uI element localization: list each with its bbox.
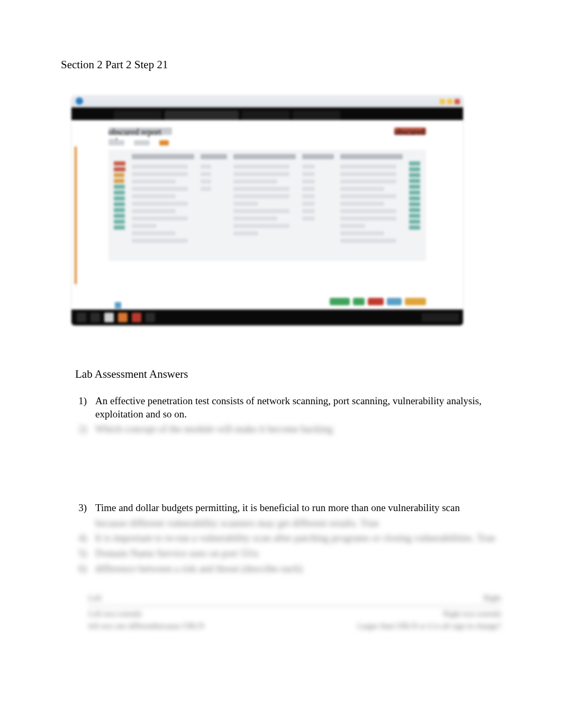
maximize-icon[interactable] [447, 99, 452, 104]
table-cell [201, 165, 211, 169]
table-cell [233, 194, 289, 198]
table-cell [302, 172, 315, 176]
qa-number: 2) [75, 423, 87, 436]
table-cell [340, 239, 396, 243]
action-button-row [330, 298, 426, 305]
severity-bar [409, 225, 420, 230]
table-cell [233, 172, 289, 176]
column-header [201, 154, 227, 159]
severity-bar [409, 161, 420, 166]
footer-cell: Right text extends [443, 609, 501, 618]
taskbar-icon[interactable] [146, 313, 155, 322]
severity-bar [409, 190, 420, 195]
taskbar-icon[interactable] [90, 313, 100, 322]
table-cell [233, 231, 258, 235]
qa-item-blurred: 6) difference between a risk and threat … [75, 562, 501, 576]
table-cell [233, 224, 289, 228]
action-button[interactable]: obscured [394, 128, 426, 135]
severity-bar [114, 208, 125, 212]
section-title: Section 2 Part 2 Step 21 [61, 58, 501, 71]
app-icon [76, 97, 83, 105]
severity-bar [409, 167, 420, 171]
column-header [340, 154, 403, 159]
severity-bar [114, 185, 125, 189]
sub-tab[interactable] [108, 140, 124, 145]
table-cell [233, 216, 277, 221]
footer-cell: Larger than URLN or it is all sign in ch… [357, 622, 501, 631]
footer-cell: Left [88, 594, 102, 603]
taskbar-icon[interactable] [77, 313, 86, 322]
table-cell [201, 179, 211, 184]
taskbar-icon[interactable] [118, 313, 128, 322]
severity-bar [409, 185, 420, 189]
table-cell [233, 165, 289, 169]
qa-text: difference between a risk and threat (de… [95, 562, 501, 576]
qa-item-blurred: 5) Domain Name Service uses on port 53/u [75, 547, 501, 560]
qa-item-blurred: 2) Which concept of the module will make… [75, 423, 501, 436]
table-cell [132, 231, 176, 235]
minimize-icon[interactable] [440, 99, 445, 104]
table-cell [132, 202, 188, 206]
taskbar [71, 310, 463, 325]
table-cell [233, 187, 289, 191]
footer-divider [88, 606, 501, 606]
table-cell [132, 209, 176, 213]
table-cell [132, 216, 188, 221]
app-tab[interactable] [293, 111, 340, 120]
action-button-blue[interactable] [387, 298, 402, 305]
app-tab[interactable] [114, 111, 161, 120]
action-button-yellow[interactable] [405, 298, 426, 305]
table-cell [340, 216, 396, 221]
column-header [132, 154, 194, 159]
qa-item-blurred: 4) It is important to re-run a vulnerabi… [75, 532, 501, 545]
qa-number: 1) [75, 395, 87, 421]
table-cell [302, 194, 315, 198]
app-tab-bar [71, 107, 463, 120]
severity-bar [409, 220, 420, 224]
action-button-red[interactable] [368, 298, 384, 305]
severity-bar [409, 208, 420, 212]
table-cell [302, 202, 315, 206]
table-cell [132, 224, 157, 228]
severity-bar [409, 173, 420, 177]
qa-text: It is important to re-run a vulnerabilit… [95, 532, 501, 545]
footer-cell: left text one differentbecause URLN [88, 622, 204, 631]
severity-bar [409, 214, 420, 218]
app-tab[interactable] [165, 111, 239, 120]
table-cell [201, 172, 211, 176]
sub-tab[interactable] [134, 140, 150, 145]
sidebar-accent [75, 147, 77, 284]
status-icon [115, 302, 121, 308]
action-button-green[interactable] [353, 298, 365, 305]
footer-cell: Left text extends [88, 609, 142, 618]
severity-bar [114, 167, 125, 171]
table-cell [340, 165, 396, 169]
taskbar-icon[interactable] [104, 313, 114, 322]
close-icon[interactable] [455, 99, 460, 104]
action-button-green[interactable] [330, 298, 350, 305]
table-cell [132, 172, 188, 176]
assessment-title: Lab Assessment Answers [75, 368, 501, 381]
qa-item-blurred: because different vulnerability scanners… [75, 517, 501, 530]
footer-cell: Right [484, 594, 501, 603]
severity-bar [114, 196, 125, 201]
qa-text: Domain Name Service uses on port 53/u [95, 547, 501, 560]
app-tab[interactable] [242, 111, 289, 120]
table-cell [340, 187, 384, 191]
table-cell [132, 239, 188, 243]
table-cell [302, 187, 315, 191]
severity-bar [114, 214, 125, 218]
qa-number [75, 517, 87, 530]
taskbar-tray[interactable] [422, 313, 459, 322]
taskbar-icon[interactable] [132, 313, 141, 322]
severity-bar [114, 202, 125, 206]
qa-item: 1) An effective penetration test consist… [75, 395, 501, 421]
table-cell [302, 216, 315, 221]
qa-number: 5) [75, 547, 87, 560]
report-heading: obscured report title [108, 128, 172, 135]
table-cell [132, 194, 176, 198]
qa-text: Which concept of the module will make it… [95, 423, 501, 436]
severity-bar [409, 202, 420, 206]
table-cell [340, 231, 384, 235]
sub-tab-active[interactable] [159, 140, 169, 145]
